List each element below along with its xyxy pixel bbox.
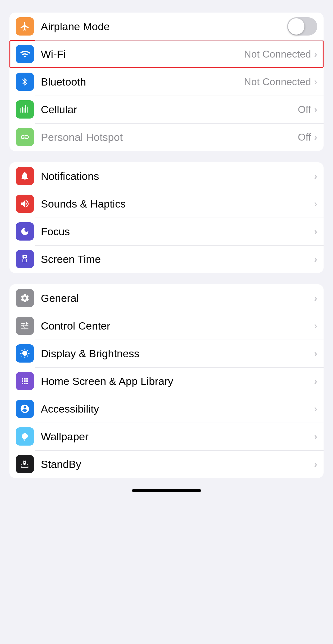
display-group: General › Control Center › Display & Bri…	[9, 284, 324, 478]
cellular-chevron: ›	[314, 104, 317, 115]
wallpaper-icon-wrap	[16, 427, 34, 446]
focus-row[interactable]: Focus ›	[9, 218, 324, 245]
controlcenter-chevron: ›	[314, 320, 317, 331]
wallpaper-label: Wallpaper	[41, 430, 314, 443]
standby-chevron: ›	[314, 459, 317, 469]
controlcenter-row[interactable]: Control Center ›	[9, 312, 324, 340]
wifi-icon-wrap	[16, 45, 34, 63]
bluetooth-icon-wrap	[16, 73, 34, 91]
sounds-row[interactable]: Sounds & Haptics ›	[9, 190, 324, 218]
hotspot-chevron: ›	[314, 132, 317, 142]
screentime-icon-wrap	[16, 250, 34, 268]
displaybrightness-icon-wrap	[16, 344, 34, 363]
hotspot-label: Personal Hotspot	[41, 131, 298, 143]
airplane-mode-row[interactable]: Airplane Mode	[9, 13, 324, 40]
focus-label: Focus	[41, 225, 314, 238]
sounds-label: Sounds & Haptics	[41, 198, 314, 210]
bluetooth-value: Not Connected	[244, 76, 311, 88]
cellular-row[interactable]: Cellular Off ›	[9, 96, 324, 123]
wallpaper-row[interactable]: Wallpaper ›	[9, 423, 324, 450]
hotspot-value: Off	[298, 131, 311, 143]
cellular-icon-wrap	[16, 100, 34, 119]
accessibility-chevron: ›	[314, 403, 317, 414]
displaybrightness-chevron: ›	[314, 348, 317, 359]
standby-row[interactable]: StandBy ›	[9, 450, 324, 478]
homescreen-icon-wrap	[16, 372, 34, 390]
general-icon-wrap	[16, 289, 34, 307]
cellular-label: Cellular	[41, 103, 298, 116]
general-row[interactable]: General ›	[9, 284, 324, 312]
home-indicator	[132, 489, 201, 492]
wifi-label: Wi-Fi	[41, 48, 244, 60]
notifications-group: Notifications › Sounds & Haptics › Focus…	[9, 162, 324, 273]
screentime-label: Screen Time	[41, 253, 314, 265]
airplane-mode-icon-wrap	[16, 17, 34, 36]
wifi-value: Not Connected	[244, 48, 311, 60]
hotspot-icon-wrap	[16, 128, 34, 146]
screentime-row[interactable]: Screen Time ›	[9, 245, 324, 273]
displaybrightness-label: Display & Brightness	[41, 347, 314, 360]
accessibility-label: Accessibility	[41, 403, 314, 415]
notifications-chevron: ›	[314, 171, 317, 181]
notifications-label: Notifications	[41, 170, 314, 182]
focus-chevron: ›	[314, 226, 317, 237]
wifi-chevron: ›	[314, 49, 317, 59]
accessibility-row[interactable]: Accessibility ›	[9, 395, 324, 423]
standby-label: StandBy	[41, 458, 314, 470]
accessibility-icon-wrap	[16, 400, 34, 418]
toggle-knob	[288, 18, 304, 35]
notifications-row[interactable]: Notifications ›	[9, 162, 324, 190]
connectivity-group: Airplane Mode Wi-Fi Not Connected › Blue…	[9, 13, 324, 151]
cellular-value: Off	[298, 104, 311, 115]
airplane-mode-toggle[interactable]	[287, 17, 317, 36]
focus-icon-wrap	[16, 222, 34, 241]
hotspot-row[interactable]: Personal Hotspot Off ›	[9, 123, 324, 151]
wallpaper-chevron: ›	[314, 431, 317, 442]
bluetooth-row[interactable]: Bluetooth Not Connected ›	[9, 68, 324, 96]
wifi-row[interactable]: Wi-Fi Not Connected ›	[9, 40, 324, 68]
bluetooth-label: Bluetooth	[41, 76, 244, 88]
bluetooth-chevron: ›	[314, 76, 317, 87]
airplane-mode-label: Airplane Mode	[41, 20, 287, 33]
displaybrightness-row[interactable]: Display & Brightness ›	[9, 340, 324, 367]
general-label: General	[41, 292, 314, 304]
homescreen-chevron: ›	[314, 376, 317, 386]
screentime-chevron: ›	[314, 254, 317, 264]
controlcenter-label: Control Center	[41, 320, 314, 332]
sounds-icon-wrap	[16, 195, 34, 213]
controlcenter-icon-wrap	[16, 317, 34, 335]
homescreen-label: Home Screen & App Library	[41, 375, 314, 387]
notifications-icon-wrap	[16, 167, 34, 185]
standby-icon-wrap	[16, 455, 34, 473]
sounds-chevron: ›	[314, 198, 317, 209]
homescreen-row[interactable]: Home Screen & App Library ›	[9, 367, 324, 395]
general-chevron: ›	[314, 293, 317, 303]
